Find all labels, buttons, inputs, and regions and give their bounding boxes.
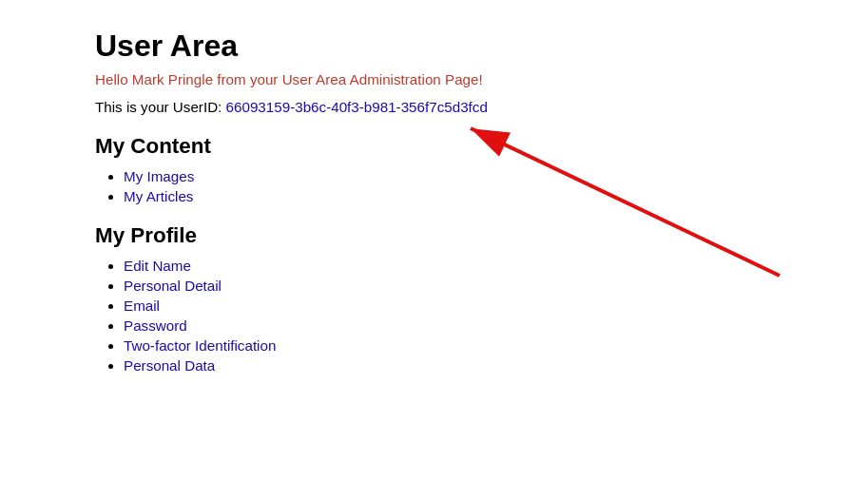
greeting-text: Hello Mark Pringle from your User Area A…: [95, 71, 773, 87]
list-item: My Images: [124, 168, 773, 184]
personal-detail-link[interactable]: Personal Detail: [124, 278, 222, 294]
user-id-value: 66093159-3b6c-40f3-b981-356f7c5d3fcd: [226, 99, 488, 115]
my-content-title: My Content: [95, 134, 773, 159]
password-link[interactable]: Password: [124, 317, 187, 334]
list-item: Email: [124, 298, 773, 314]
list-item: Password: [124, 317, 773, 334]
my-images-link[interactable]: My Images: [124, 168, 194, 184]
page-title: User Area: [95, 29, 773, 64]
two-factor-link[interactable]: Two-factor Identification: [124, 337, 276, 354]
my-content-section: My Content My Images My Articles: [95, 134, 773, 204]
my-profile-list: Edit Name Personal Detail Email Password…: [95, 258, 773, 374]
list-item: Personal Detail: [124, 278, 773, 294]
user-id-line: This is your UserID: 66093159-3b6c-40f3-…: [95, 99, 773, 115]
my-articles-link[interactable]: My Articles: [124, 188, 193, 204]
list-item: Two-factor Identification: [124, 337, 773, 354]
list-item: My Articles: [124, 188, 773, 204]
list-item: Edit Name: [124, 258, 773, 274]
my-profile-title: My Profile: [95, 223, 773, 248]
list-item: Personal Data: [124, 357, 773, 374]
my-profile-section: My Profile Edit Name Personal Detail Ema…: [95, 223, 773, 374]
user-id-label: This is your UserID:: [95, 99, 226, 115]
my-content-list: My Images My Articles: [95, 168, 773, 204]
email-link[interactable]: Email: [124, 298, 160, 314]
edit-name-link[interactable]: Edit Name: [124, 258, 191, 274]
personal-data-link[interactable]: Personal Data: [124, 357, 215, 374]
